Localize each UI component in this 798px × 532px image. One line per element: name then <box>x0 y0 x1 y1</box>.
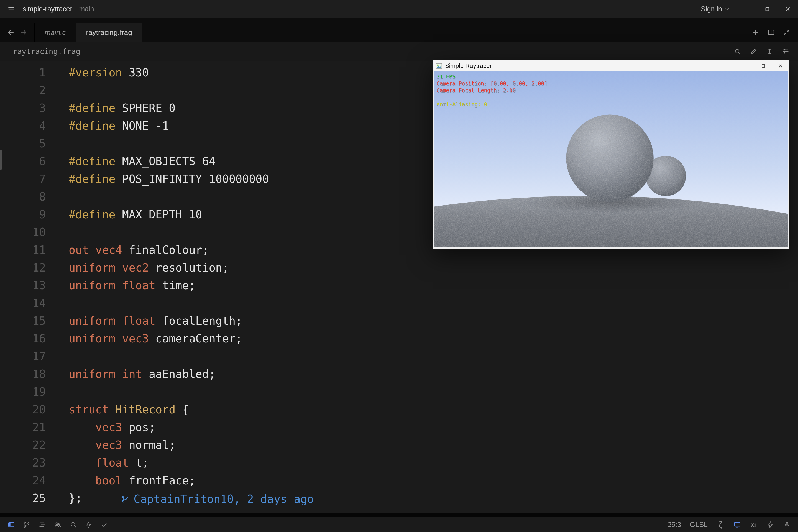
raytracer-window[interactable]: Simple Raytracer <box>433 60 790 249</box>
tab-actions <box>749 23 798 42</box>
language-selector[interactable]: GLSL <box>687 521 711 529</box>
line-number[interactable]: 14 <box>0 294 46 312</box>
editor-controls-button[interactable] <box>779 44 793 58</box>
line-number[interactable]: 5 <box>0 135 46 152</box>
line-number[interactable]: 17 <box>0 347 46 365</box>
raytracer-maximize-button[interactable] <box>755 60 772 72</box>
line-number[interactable]: 8 <box>0 188 46 206</box>
selection-menu-button[interactable] <box>762 44 776 58</box>
line-number[interactable]: 3 <box>0 99 46 117</box>
zap-icon <box>85 521 93 528</box>
screen-share-button[interactable] <box>730 519 744 531</box>
git-panel-button[interactable] <box>19 519 34 531</box>
left-dock-handle[interactable] <box>0 150 2 170</box>
assistant-panel-button[interactable] <box>81 519 96 531</box>
buffer-search-button[interactable] <box>730 44 744 58</box>
line-number[interactable]: 22 <box>0 436 46 454</box>
code-line[interactable]: 21 vec3 pos; <box>0 418 798 436</box>
edit-prediction-button[interactable]: ζ <box>713 519 728 531</box>
breadcrumb[interactable]: raytracing.frag <box>13 47 80 56</box>
branch-name[interactable]: main <box>79 5 94 13</box>
project-name[interactable]: simple-raytracer <box>23 5 72 13</box>
code-text <box>46 135 69 152</box>
line-number[interactable]: 4 <box>0 117 46 135</box>
line-number[interactable]: 11 <box>0 241 46 259</box>
code-text <box>46 294 69 312</box>
tab-bar: main.c raytracing.frag <box>0 23 798 42</box>
code-text: uniform float focalLength; <box>46 312 242 330</box>
line-number[interactable]: 1 <box>0 64 46 81</box>
line-number[interactable]: 10 <box>0 223 46 241</box>
line-number[interactable]: 16 <box>0 330 46 347</box>
mic-mute-button[interactable] <box>780 519 794 531</box>
line-number[interactable]: 15 <box>0 312 46 330</box>
code-line[interactable]: 13uniform float time; <box>0 277 798 294</box>
zoom-pane-button[interactable] <box>780 25 794 39</box>
line-number[interactable]: 2 <box>0 81 46 99</box>
line-number[interactable]: 9 <box>0 206 46 223</box>
code-line[interactable]: 19 <box>0 383 798 401</box>
inline-assist-button[interactable] <box>746 44 760 58</box>
code-text: #define MAX_DEPTH 10 <box>46 206 202 223</box>
status-bar-right: 25:3 GLSL ζ <box>664 519 794 531</box>
line-number[interactable]: 20 <box>0 401 46 418</box>
code-line[interactable]: 24 bool frontFace; <box>0 472 798 489</box>
line-number[interactable]: 18 <box>0 365 46 383</box>
code-line[interactable]: 16uniform vec3 cameraCenter; <box>0 330 798 347</box>
line-number[interactable]: 13 <box>0 277 46 294</box>
code-line[interactable]: 14 <box>0 294 798 312</box>
editor-toolbar: raytracing.frag <box>0 42 798 61</box>
raytracer-minimize-button[interactable] <box>738 60 755 72</box>
maximize-button[interactable] <box>757 0 778 18</box>
outline-icon <box>39 521 46 528</box>
split-pane-button[interactable] <box>764 25 778 39</box>
minimize-button[interactable] <box>737 0 757 18</box>
code-text <box>46 81 69 99</box>
code-text <box>46 347 69 365</box>
git-blame[interactable]: CaptainTriton10, 2 days ago <box>121 490 314 508</box>
code-line[interactable]: 15uniform float focalLength; <box>0 312 798 330</box>
menu-icon[interactable] <box>7 5 16 13</box>
project-panel-button[interactable] <box>4 519 18 531</box>
code-line[interactable]: 20struct HitRecord { <box>0 401 798 418</box>
line-number[interactable]: 12 <box>0 259 46 277</box>
collab-panel-button[interactable] <box>51 519 65 531</box>
raytracer-viewport[interactable]: 31 FPS Camera Position: [0.00, 0.00, 2.0… <box>434 72 788 247</box>
line-number[interactable]: 6 <box>0 152 46 170</box>
tab-main-c[interactable]: main.c <box>35 23 76 42</box>
monitor-icon <box>734 521 741 528</box>
code-line[interactable]: 12uniform vec2 resolution; <box>0 259 798 277</box>
status-bar-left <box>4 519 111 531</box>
line-number[interactable]: 21 <box>0 418 46 436</box>
line-number[interactable]: 7 <box>0 170 46 188</box>
back-button[interactable] <box>7 28 15 37</box>
line-number[interactable]: 25 <box>0 489 46 507</box>
sign-in-button[interactable]: Sign in <box>695 0 737 18</box>
diagnostics-button[interactable] <box>97 519 111 531</box>
debugger-button[interactable] <box>746 519 761 531</box>
code-line[interactable]: 18uniform int aaEnabled; <box>0 365 798 383</box>
code-text: uniform int aaEnabled; <box>46 365 215 383</box>
tab-raytracing-frag[interactable]: raytracing.frag <box>76 23 142 42</box>
line-number[interactable]: 19 <box>0 383 46 401</box>
raytracer-titlebar[interactable]: Simple Raytracer <box>433 60 789 72</box>
line-number[interactable]: 24 <box>0 472 46 489</box>
code-line[interactable]: 17 <box>0 347 798 365</box>
project-search-button[interactable] <box>66 519 80 531</box>
line-number[interactable]: 23 <box>0 454 46 472</box>
code-line[interactable]: 22 vec3 normal; <box>0 436 798 454</box>
close-button[interactable] <box>778 0 798 18</box>
raytracer-window-controls <box>738 60 789 72</box>
git-commit-icon <box>121 495 129 503</box>
code-line[interactable]: 23 float t; <box>0 454 798 472</box>
code-line[interactable]: 25};CaptainTriton10, 2 days ago <box>0 489 798 507</box>
forward-button[interactable] <box>19 28 28 37</box>
cursor-position[interactable]: 25:3 <box>664 521 684 529</box>
minimize-icon <box>743 5 750 13</box>
outline-panel-button[interactable] <box>35 519 49 531</box>
minimize-icon <box>743 63 749 69</box>
new-tab-button[interactable] <box>749 25 762 39</box>
zeta-icon: ζ <box>719 521 722 529</box>
raytracer-close-button[interactable] <box>772 60 789 72</box>
inline-assist-status-button[interactable] <box>763 519 778 531</box>
